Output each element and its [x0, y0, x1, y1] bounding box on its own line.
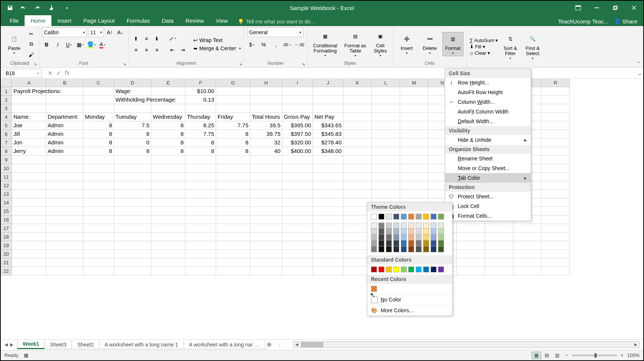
row-headers[interactable]: 12345678910111213141516171819202122	[1, 87, 12, 275]
color-swatch[interactable]	[431, 240, 437, 246]
cell[interactable]	[542, 198, 570, 207]
cell[interactable]	[313, 207, 343, 215]
color-swatch[interactable]	[378, 266, 384, 272]
row-header[interactable]: 20	[1, 250, 12, 258]
cell[interactable]	[372, 104, 400, 113]
cell[interactable]	[12, 190, 46, 198]
tab-data[interactable]: Data	[156, 15, 180, 26]
cell[interactable]: 8	[114, 130, 151, 138]
sheet-tab[interactable]: Sheet3	[44, 341, 72, 349]
cell[interactable]: 39.75	[250, 130, 282, 138]
cell[interactable]	[542, 181, 570, 190]
color-swatch[interactable]	[438, 240, 444, 246]
tab-scroll-left-icon[interactable]: ◀	[4, 342, 8, 347]
zoom-out-icon[interactable]: −	[566, 352, 569, 358]
column-header[interactable]: C	[83, 79, 114, 87]
color-swatch[interactable]	[386, 234, 392, 240]
cell[interactable]	[83, 258, 114, 267]
cell[interactable]	[83, 164, 114, 173]
column-header[interactable]: L	[372, 79, 400, 87]
color-swatch[interactable]	[438, 266, 444, 272]
cell[interactable]	[114, 173, 151, 181]
cell[interactable]	[250, 224, 282, 233]
cell[interactable]: 0	[114, 138, 151, 147]
cell[interactable]	[372, 164, 400, 173]
wrap-text-button[interactable]: ↩Wrap Text	[193, 37, 241, 43]
color-swatch[interactable]	[431, 229, 437, 234]
name-box[interactable]: B18▾	[3, 69, 42, 78]
cell[interactable]: 8	[216, 147, 250, 156]
cell[interactable]	[185, 156, 216, 164]
sheet-tab[interactable]: A worksheet with a long name 1	[99, 341, 184, 349]
insert-function-icon[interactable]: fx	[65, 70, 69, 77]
row-header[interactable]: 4	[1, 113, 12, 121]
cell[interactable]	[12, 207, 46, 215]
cell[interactable]: Admin	[46, 130, 83, 138]
sheet-tab[interactable]: Week1	[17, 340, 45, 349]
cell[interactable]	[282, 87, 313, 96]
cell[interactable]	[542, 258, 570, 267]
cell[interactable]	[114, 215, 151, 224]
cell[interactable]	[151, 198, 185, 207]
cell[interactable]	[216, 164, 250, 173]
cell[interactable]	[12, 250, 46, 258]
decrease-font-icon[interactable]: A↓	[116, 28, 125, 37]
cell[interactable]	[114, 224, 151, 233]
scroll-thumb[interactable]	[301, 342, 323, 347]
cell[interactable]	[185, 198, 216, 207]
cell[interactable]: $400.00	[282, 147, 313, 156]
clear-button[interactable]: ◇ Clear ▾	[470, 50, 498, 56]
cell[interactable]	[282, 181, 313, 190]
cell[interactable]	[372, 138, 400, 147]
cell[interactable]	[542, 224, 570, 233]
cell[interactable]	[457, 267, 485, 275]
cell[interactable]: 0.13	[185, 96, 216, 104]
color-swatch[interactable]	[371, 234, 377, 240]
cell[interactable]	[250, 181, 282, 190]
cell[interactable]	[250, 96, 282, 104]
cell[interactable]	[343, 147, 372, 156]
fill-color-icon[interactable]: 🪣	[87, 40, 96, 49]
color-swatch[interactable]	[371, 240, 377, 246]
zoom-in-icon[interactable]: +	[621, 352, 624, 358]
cell[interactable]	[400, 121, 428, 130]
number-dialog-launcher[interactable]: ⬊	[301, 61, 306, 67]
cell[interactable]	[114, 241, 151, 250]
color-swatch[interactable]	[371, 266, 377, 272]
cell[interactable]: Joe	[12, 121, 46, 130]
menu-autofit-column[interactable]: AutoFit Column Width	[445, 107, 531, 116]
tab-scroll-right-icon[interactable]: ▶	[10, 342, 13, 347]
cell[interactable]: Tuesday	[114, 113, 151, 121]
percent-format-icon[interactable]: %	[259, 40, 268, 49]
copy-icon[interactable]: ⧉	[27, 40, 36, 49]
color-swatch[interactable]	[408, 240, 414, 246]
cell[interactable]	[114, 207, 151, 215]
cell[interactable]: Admin	[46, 121, 83, 130]
cell[interactable]	[313, 104, 343, 113]
cell[interactable]	[250, 215, 282, 224]
redo-icon[interactable]	[33, 2, 44, 13]
cell[interactable]	[216, 207, 250, 215]
cell[interactable]: Name:	[12, 113, 46, 121]
cell[interactable]: Jill	[12, 130, 46, 138]
cell[interactable]: 7.75	[185, 130, 216, 138]
tab-home[interactable]: Home	[25, 15, 51, 26]
cell[interactable]	[282, 233, 313, 241]
color-swatch[interactable]	[408, 229, 414, 234]
row-header[interactable]: 17	[1, 224, 12, 233]
enter-formula-icon[interactable]: ✓	[56, 70, 61, 77]
cell[interactable]	[83, 104, 114, 113]
cell[interactable]	[457, 233, 485, 241]
align-center-icon[interactable]: ≡	[142, 45, 151, 54]
qat-customize-icon[interactable]: ▾	[61, 2, 72, 13]
cell[interactable]: $345.83	[313, 130, 343, 138]
color-swatch[interactable]	[431, 234, 437, 240]
cell[interactable]	[513, 224, 542, 233]
cell[interactable]	[185, 104, 216, 113]
tab-formulas[interactable]: Formulas	[121, 15, 156, 26]
close-icon[interactable]	[625, 1, 643, 15]
bold-button[interactable]: B	[42, 40, 51, 49]
cell[interactable]	[282, 215, 313, 224]
cell[interactable]	[400, 147, 428, 156]
merge-center-button[interactable]: ⬌Merge & Center▾	[193, 45, 241, 51]
